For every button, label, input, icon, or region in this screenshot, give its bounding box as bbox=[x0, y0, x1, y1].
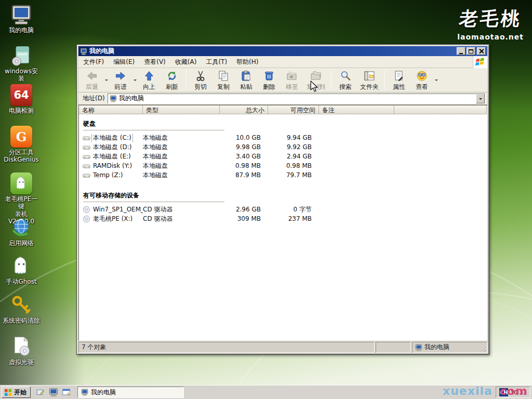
cut-icon bbox=[194, 70, 207, 83]
drive-name-cell: Temp (Z:) bbox=[79, 171, 143, 179]
drive-size: 87.9 MB bbox=[220, 171, 268, 179]
desktop-icon-my-computer[interactable]: 我的电脑 bbox=[2, 3, 41, 34]
menu-tools[interactable]: 工具(T) bbox=[201, 56, 232, 68]
desktop-icon-diskgenius[interactable]: G 分区工具 DiskGenius bbox=[2, 125, 41, 164]
drive-row-z[interactable]: Temp (Z:) 本地磁盘 87.9 MB 79.7 MB bbox=[79, 170, 487, 180]
address-dropdown-button[interactable] bbox=[476, 94, 485, 103]
start-button[interactable]: 开始 bbox=[2, 387, 31, 398]
column-header-type[interactable]: 类型 bbox=[143, 105, 220, 114]
search-icon bbox=[339, 70, 352, 83]
close-button[interactable] bbox=[477, 47, 486, 55]
window-titlebar[interactable]: 我的电脑 bbox=[78, 46, 487, 56]
toolbar-copy-to-button[interactable]: 复制到 bbox=[303, 69, 328, 91]
desktop-icon-pc-check[interactable]: 64 电脑检测 bbox=[2, 83, 41, 114]
properties-icon bbox=[393, 70, 405, 83]
toolbar-back-button[interactable]: 后退 bbox=[81, 69, 103, 91]
quick-launch-desktop-icon[interactable] bbox=[36, 388, 45, 397]
drive-row-d[interactable]: 本地磁盘 (D:) 本地磁盘 9.98 GB 9.92 GB bbox=[79, 142, 487, 152]
toolbar-up-button[interactable]: 向上 bbox=[138, 69, 161, 91]
views-dropdown[interactable] bbox=[433, 69, 439, 91]
drive-row-y[interactable]: RAMDisk (Y:) 本地磁盘 0.98 MB 0.98 MB bbox=[79, 161, 487, 170]
toolbar-move-to-button[interactable]: 移至 bbox=[281, 69, 303, 91]
drive-name-cell: 本地磁盘 (C:) bbox=[79, 134, 143, 142]
toolbar-refresh-button[interactable]: 刷新 bbox=[161, 69, 183, 91]
menu-edit[interactable]: 编辑(E) bbox=[109, 56, 139, 68]
toolbar-views-button[interactable]: 查看 bbox=[410, 69, 433, 91]
status-object-count: 7 个对象 bbox=[78, 342, 375, 353]
virtual-drive-icon bbox=[10, 335, 33, 358]
hard-drive-icon bbox=[83, 171, 90, 179]
cd-row-laomaotao-pe[interactable]: 老毛桃PE (X:) CD 驱动器 309 MB 237 MB bbox=[79, 214, 487, 223]
drive-row-e[interactable]: 本地磁盘 (E:) 本地磁盘 3.40 GB 2.94 GB bbox=[79, 152, 487, 161]
drive-name-cell: Win7_SP1_OEM_N... bbox=[79, 206, 143, 214]
toolbar-folders-button[interactable]: 文件夹 bbox=[357, 69, 382, 91]
desktop-icon-manual-ghost[interactable]: 手动Ghost bbox=[2, 254, 41, 285]
quick-launch-window-icon[interactable] bbox=[62, 388, 71, 397]
quick-launch-computer-icon[interactable] bbox=[49, 388, 58, 397]
drive-free: 0.98 MB bbox=[268, 162, 319, 169]
toolbar-label: 删除 bbox=[263, 83, 275, 91]
desktop-icon-enable-network[interactable]: 启用网络 bbox=[2, 216, 41, 247]
minimize-button[interactable] bbox=[457, 47, 466, 55]
address-value: 我的电脑 bbox=[119, 94, 476, 103]
toolbar-label: 后退 bbox=[86, 83, 98, 91]
toolbar-paste-button[interactable]: 粘贴 bbox=[235, 69, 258, 91]
drive-free: 2.94 GB bbox=[268, 153, 319, 160]
desktop-icon-windows-install[interactable]: windows安装 bbox=[2, 44, 41, 83]
desktop-icon-label: 电脑检测 bbox=[2, 107, 41, 114]
views-icon bbox=[416, 70, 428, 83]
toolbar-search-button[interactable]: 搜索 bbox=[334, 69, 357, 91]
column-header-name[interactable]: 名称 bbox=[79, 105, 143, 114]
taskbar-clock[interactable]: 10:33 bbox=[510, 389, 527, 396]
language-indicator[interactable]: CH bbox=[499, 388, 508, 396]
desktop-icon-label: 老毛桃PE一键 bbox=[2, 195, 41, 210]
drive-size: 2.96 GB bbox=[220, 206, 268, 213]
taskbar-task-my-computer[interactable]: 我的电脑 bbox=[77, 387, 184, 398]
status-location-panel: 我的电脑 bbox=[412, 342, 487, 353]
drive-free: 237 MB bbox=[268, 215, 319, 222]
forward-dropdown[interactable] bbox=[132, 69, 138, 91]
resize-grip[interactable] bbox=[480, 345, 486, 352]
back-dropdown[interactable] bbox=[103, 69, 109, 91]
desktop-icon-label: windows安装 bbox=[2, 68, 41, 83]
column-header-free[interactable]: 可用空间 bbox=[268, 105, 319, 114]
toolbar-label: 前进 bbox=[114, 83, 127, 91]
drive-name-cell: 老毛桃PE (X:) bbox=[79, 215, 143, 223]
toolbar-properties-button[interactable]: 属性 bbox=[388, 69, 410, 91]
my-computer-window: 我的电脑 文件(F) 编辑(E) 查看(V) 收藏(A) 工具(T) 帮助(H)… bbox=[76, 44, 489, 355]
toolbar-cut-button[interactable]: 剪切 bbox=[189, 69, 212, 91]
menu-help[interactable]: 帮助(H) bbox=[232, 56, 263, 68]
address-combobox[interactable]: 我的电脑 bbox=[108, 94, 485, 104]
drive-size: 0.98 MB bbox=[220, 162, 268, 169]
desktop-icon-password-clear[interactable]: 系统密码清除 bbox=[2, 293, 41, 324]
window-computer-icon bbox=[80, 48, 87, 55]
cd-drive-icon bbox=[83, 215, 90, 223]
copy-to-icon bbox=[310, 70, 322, 83]
menu-favorites[interactable]: 收藏(A) bbox=[170, 56, 202, 68]
start-logo-icon bbox=[4, 389, 12, 396]
status-computer-icon bbox=[415, 344, 422, 351]
toolbar-delete-button[interactable]: 删除 bbox=[258, 69, 281, 91]
key-icon bbox=[10, 294, 32, 316]
drive-name: Temp (Z:) bbox=[92, 171, 124, 179]
task-label: 我的电脑 bbox=[91, 388, 116, 397]
toolbar-copy-button[interactable]: 复制 bbox=[212, 69, 235, 91]
drive-name: 老毛桃PE (X:) bbox=[92, 215, 134, 223]
desktop-icon-virtual-cdrom[interactable]: 虚拟光驱 bbox=[2, 335, 41, 366]
forward-icon bbox=[114, 70, 127, 83]
cd-row-win7[interactable]: Win7_SP1_OEM_N... CD 驱动器 2.96 GB 0 字节 bbox=[79, 205, 487, 214]
menu-file[interactable]: 文件(F) bbox=[78, 56, 109, 68]
column-header-size[interactable]: 总大小 bbox=[220, 105, 268, 114]
toolbar-label: 刷新 bbox=[166, 83, 178, 91]
drive-size: 309 MB bbox=[220, 215, 268, 222]
check64-icon: 64 bbox=[10, 84, 32, 106]
move-to-icon bbox=[286, 70, 298, 83]
hard-drive-icon bbox=[83, 162, 90, 170]
toolbar-forward-button[interactable]: 前进 bbox=[109, 69, 132, 91]
drive-row-c[interactable]: 本地磁盘 (C:) 本地磁盘 10.0 GB 9.94 GB bbox=[79, 133, 487, 142]
column-header-note[interactable]: 备注 bbox=[319, 105, 394, 114]
drive-free: 0 字节 bbox=[268, 205, 319, 214]
menu-view[interactable]: 查看(V) bbox=[139, 56, 170, 68]
drive-name-cell: 本地磁盘 (E:) bbox=[79, 152, 143, 161]
maximize-button[interactable] bbox=[467, 47, 475, 55]
